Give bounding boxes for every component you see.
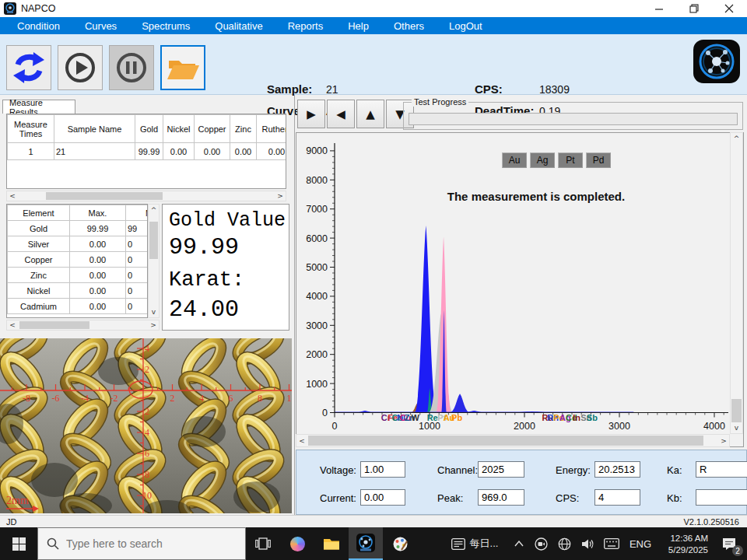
start-measure-button[interactable] bbox=[58, 45, 103, 90]
measure-table-hscrollbar[interactable]: < > bbox=[6, 191, 286, 201]
refresh-button[interactable] bbox=[6, 45, 51, 90]
table-row[interactable]: 1 21 99.99 0.00 0.00 0.00 0.00 bbox=[8, 143, 287, 160]
cell: 0.00 bbox=[70, 236, 126, 252]
table-row[interactable]: Cadmium0.000 bbox=[8, 299, 149, 314]
svg-text:1000: 1000 bbox=[419, 421, 440, 432]
scroll-thumb[interactable] bbox=[731, 399, 742, 422]
pause-measure-button[interactable] bbox=[109, 45, 154, 90]
nav-left-button[interactable]: ◀ bbox=[327, 100, 355, 128]
kb-input[interactable] bbox=[696, 489, 747, 506]
voltage-input[interactable] bbox=[360, 461, 405, 478]
table-row[interactable]: Zinc0.000 bbox=[8, 268, 149, 283]
metal-pt-button[interactable]: Pt bbox=[558, 152, 583, 168]
menu-condition[interactable]: Condition bbox=[11, 20, 66, 32]
channel-label: Channel: bbox=[437, 464, 478, 476]
metal-au-button[interactable]: Au bbox=[502, 152, 527, 168]
scroll-thumb[interactable] bbox=[308, 436, 703, 446]
scroll-left-icon[interactable]: < bbox=[7, 320, 18, 330]
svg-text:6000: 6000 bbox=[306, 233, 328, 244]
start-button[interactable] bbox=[0, 527, 37, 560]
scroll-thumb[interactable] bbox=[19, 321, 89, 329]
chart-vscrollbar[interactable]: ^ v bbox=[730, 132, 743, 434]
cps-input[interactable] bbox=[594, 489, 640, 506]
ka-input[interactable] bbox=[696, 461, 747, 478]
meet-now-button[interactable] bbox=[529, 527, 552, 560]
karat-label: Karat: bbox=[169, 268, 244, 292]
svg-text:-2: -2 bbox=[110, 393, 118, 404]
search-box[interactable] bbox=[37, 527, 246, 560]
cell: 0.00 bbox=[70, 268, 126, 283]
volume-button[interactable] bbox=[576, 527, 599, 560]
element-table-hscrollbar[interactable]: < > bbox=[6, 320, 160, 331]
close-button[interactable] bbox=[711, 0, 747, 17]
napco-taskbar-button[interactable] bbox=[349, 527, 383, 560]
svg-text:-8: -8 bbox=[23, 393, 30, 404]
restore-button[interactable] bbox=[676, 0, 712, 17]
language-indicator[interactable]: ENG bbox=[624, 527, 657, 560]
scroll-down-icon[interactable]: v bbox=[149, 306, 159, 317]
minimize-button[interactable] bbox=[641, 0, 677, 17]
touch-keyboard-button[interactable] bbox=[599, 527, 624, 560]
table-row[interactable]: Copper0.000 bbox=[8, 252, 149, 268]
svg-text:2mm: 2mm bbox=[6, 495, 29, 506]
gold-value-title: Gold Value bbox=[169, 209, 286, 232]
chart-hscrollbar[interactable]: < > bbox=[296, 434, 730, 447]
menu-logout[interactable]: LogOut bbox=[443, 20, 489, 32]
scroll-up-icon[interactable]: ^ bbox=[149, 205, 159, 215]
pause-icon bbox=[115, 51, 148, 84]
task-view-button[interactable] bbox=[246, 527, 280, 560]
col-ruthenium: Rutheni bbox=[257, 115, 287, 143]
col-min: M bbox=[126, 205, 149, 221]
scroll-left-icon[interactable]: < bbox=[7, 191, 18, 201]
scroll-thumb[interactable] bbox=[46, 192, 163, 200]
menu-help[interactable]: Help bbox=[342, 20, 375, 32]
scroll-right-icon[interactable]: > bbox=[718, 435, 729, 446]
svg-text:7000: 7000 bbox=[306, 204, 328, 215]
table-row[interactable]: Nickel0.000 bbox=[8, 283, 149, 299]
nav-right-button[interactable]: ▶ bbox=[297, 100, 325, 128]
menu-spectrums[interactable]: Spectrums bbox=[135, 20, 196, 32]
col-copper: Copper bbox=[195, 115, 230, 143]
notification-center-button[interactable]: 2 bbox=[711, 527, 747, 560]
channel-input[interactable] bbox=[478, 461, 524, 478]
paint-app-button[interactable] bbox=[383, 527, 417, 560]
menu-qualitative[interactable]: Qualitative bbox=[209, 20, 268, 32]
nav-up-button[interactable]: ▲ bbox=[356, 100, 384, 128]
element-table-vscrollbar[interactable]: ^ v bbox=[148, 204, 160, 318]
search-input[interactable] bbox=[37, 527, 246, 560]
tray-expand-button[interactable] bbox=[509, 527, 529, 560]
clock[interactable]: 12:36 AM 5/29/2025 bbox=[657, 532, 711, 555]
scroll-up-icon[interactable]: ^ bbox=[731, 133, 742, 144]
news-widget[interactable]: 每日... bbox=[440, 527, 509, 560]
energy-input[interactable] bbox=[594, 461, 640, 478]
current-input[interactable] bbox=[360, 489, 405, 506]
cell: Silver bbox=[8, 236, 70, 252]
cell: 0.00 bbox=[70, 283, 126, 299]
scroll-left-icon[interactable]: < bbox=[296, 435, 307, 446]
scroll-right-icon[interactable]: > bbox=[275, 191, 286, 201]
scroll-down-icon[interactable]: v bbox=[731, 422, 742, 433]
peak-input[interactable] bbox=[478, 489, 524, 506]
table-row[interactable]: Silver0.000 bbox=[8, 236, 149, 252]
copilot-button[interactable] bbox=[280, 527, 314, 560]
menu-others[interactable]: Others bbox=[388, 20, 430, 32]
table-row[interactable]: Gold99.9999 bbox=[8, 221, 149, 236]
col-zinc: Zinc bbox=[230, 115, 257, 143]
news-icon bbox=[451, 538, 465, 550]
menu-curves[interactable]: Curves bbox=[79, 20, 123, 32]
scroll-right-icon[interactable]: > bbox=[148, 320, 159, 330]
open-file-button[interactable] bbox=[160, 45, 205, 90]
svg-text:2000: 2000 bbox=[306, 349, 328, 360]
menu-reports[interactable]: Reports bbox=[282, 20, 330, 32]
file-explorer-button[interactable] bbox=[314, 527, 349, 560]
spectrum-chart[interactable]: 0100020003000400050006000700080009000010… bbox=[296, 132, 730, 434]
nav-right-icon: ▶ bbox=[307, 107, 316, 121]
svg-text:3000: 3000 bbox=[608, 421, 630, 432]
svg-text:2: 2 bbox=[145, 406, 149, 417]
metal-pd-button[interactable]: Pd bbox=[586, 152, 611, 168]
scroll-thumb[interactable] bbox=[149, 222, 158, 259]
svg-text:4: 4 bbox=[145, 343, 149, 354]
tab-measure-results[interactable]: Measure Results bbox=[2, 100, 75, 114]
network-button[interactable] bbox=[552, 527, 576, 560]
metal-ag-button[interactable]: Ag bbox=[530, 152, 555, 168]
